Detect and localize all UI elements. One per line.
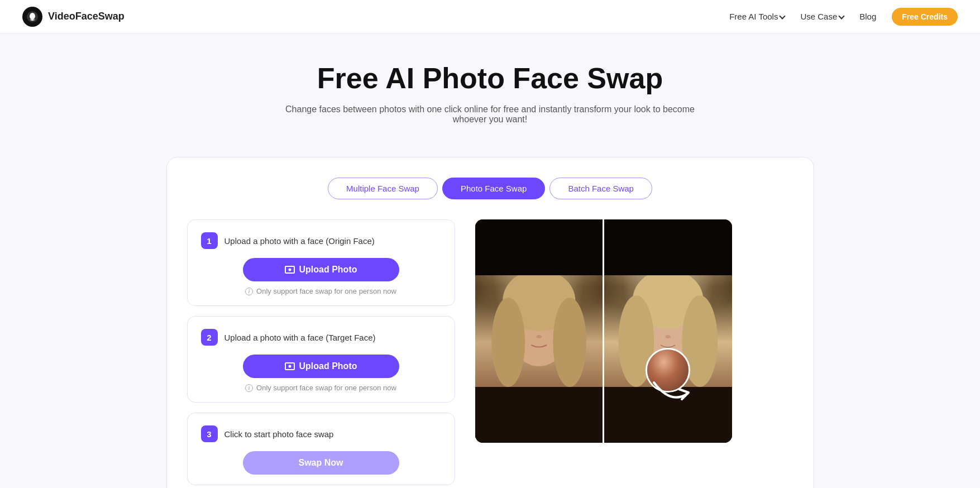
tab-multiple-face-swap[interactable]: Multiple Face Swap (328, 178, 438, 199)
swap-arrow-icon (648, 377, 693, 415)
hero-subtitle: Change faces between photos with one cli… (273, 104, 708, 125)
step-2-note: i Only support face swap for one person … (201, 384, 441, 392)
step-2-card: 2 Upload a photo with a face (Target Fac… (187, 316, 455, 403)
steps-column: 1 Upload a photo with a face (Origin Fac… (187, 219, 455, 485)
nav-links: Free AI Tools Use Case Blog Free Credits (729, 8, 958, 26)
step-1-card: 1 Upload a photo with a face (Origin Fac… (187, 219, 455, 306)
step-1-header: 1 Upload a photo with a face (Origin Fac… (201, 232, 441, 249)
hero-title: Free AI Photo Face Swap (11, 63, 969, 94)
step-2-badge: 2 (201, 329, 218, 346)
nav-free-ai-tools[interactable]: Free AI Tools (729, 12, 785, 21)
upload-photo-2-button[interactable]: Upload Photo (243, 355, 399, 378)
step-2-label: Upload a photo with a face (Target Face) (224, 333, 376, 342)
upload-photo-1-button[interactable]: Upload Photo (243, 258, 399, 281)
tabs-row: Multiple Face Swap Photo Face Swap Batch… (187, 178, 793, 199)
preview-column (475, 219, 793, 443)
nav-use-case[interactable]: Use Case (800, 12, 844, 21)
navbar: VideoFaceSwap Free AI Tools Use Case Blo… (0, 0, 980, 34)
brand-area: VideoFaceSwap (22, 7, 125, 27)
content-area: 1 Upload a photo with a face (Origin Fac… (187, 219, 793, 485)
step-1-label: Upload a photo with a face (Origin Face) (224, 236, 375, 246)
step-3-label: Click to start photo face swap (224, 429, 334, 439)
svg-point-6 (536, 335, 542, 338)
chevron-down-icon (839, 13, 845, 19)
info-icon-2: i (245, 384, 253, 392)
svg-point-9 (553, 298, 586, 387)
tab-photo-face-swap[interactable]: Photo Face Swap (442, 178, 545, 199)
svg-point-15 (665, 335, 671, 338)
preview-after (604, 219, 732, 443)
step-1-note: i Only support face swap for one person … (201, 287, 441, 295)
main-card: Multiple Face Swap Photo Face Swap Batch… (166, 157, 814, 488)
svg-point-1 (30, 13, 35, 20)
free-credits-button[interactable]: Free Credits (892, 8, 958, 26)
step-2-header: 2 Upload a photo with a face (Target Fac… (201, 329, 441, 346)
chevron-down-icon (780, 13, 786, 19)
step-3-card: 3 Click to start photo face swap Swap No… (187, 413, 455, 485)
hero-section: Free AI Photo Face Swap Change faces bet… (0, 34, 980, 141)
svg-rect-2 (475, 387, 603, 443)
info-icon: i (245, 288, 253, 295)
svg-point-8 (491, 298, 525, 387)
preview-before (475, 219, 603, 443)
preview-image (475, 219, 732, 443)
swap-now-button[interactable]: Swap Now (243, 451, 399, 475)
svg-rect-19 (604, 219, 732, 275)
step-3-header: 3 Click to start photo face swap (201, 425, 441, 442)
step-1-badge: 1 (201, 232, 218, 249)
preview-divider (603, 219, 604, 443)
step-3-badge: 3 (201, 425, 218, 442)
upload-icon (285, 266, 295, 274)
nav-blog[interactable]: Blog (859, 12, 876, 21)
upload-icon-2 (285, 362, 295, 370)
tab-batch-face-swap[interactable]: Batch Face Swap (549, 178, 652, 199)
brand-name: VideoFaceSwap (48, 11, 125, 22)
logo-icon (22, 7, 42, 27)
svg-rect-10 (475, 219, 603, 275)
